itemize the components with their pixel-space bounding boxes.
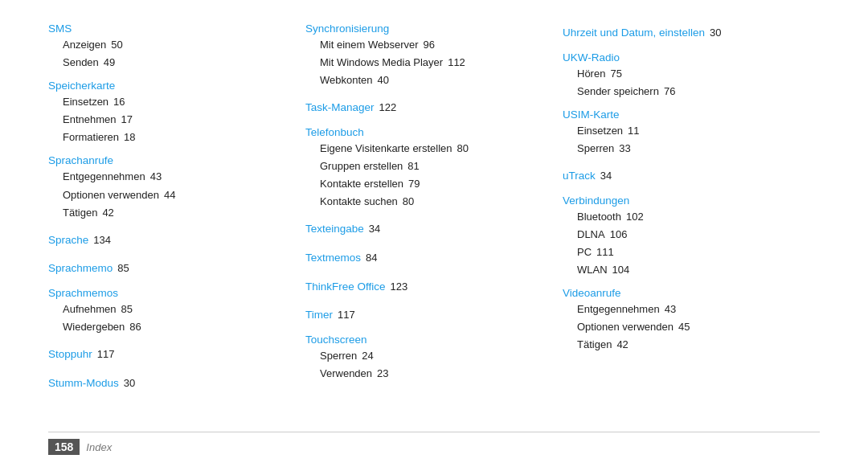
list-item: Webkonten40 (305, 72, 547, 89)
section: ThinkFree Office123 (305, 276, 547, 297)
entry-number: 23 (377, 365, 388, 383)
entry-label: Formatieren (63, 129, 119, 146)
section: USIM-KarteEinsetzen11Sperren33 (563, 109, 804, 158)
section-title: Texteingabe (305, 219, 364, 240)
section: SprachmemosAufnehmen85Wiedergeben86 (48, 287, 289, 336)
section-title: Sprache (48, 230, 88, 251)
footer: 158 Index (48, 432, 820, 455)
section-title: Speicherkarte (48, 80, 289, 92)
entry-number: 76 (664, 83, 675, 100)
entry-number: 49 (104, 54, 115, 72)
section-number: 122 (379, 98, 397, 118)
entry-label: Einsetzen (577, 122, 623, 140)
entry-label: Entgegennehmen (63, 168, 145, 186)
section-title: UKW-Radio (563, 51, 804, 63)
entry-number: 44 (164, 186, 175, 204)
entry-label: Bluetooth (577, 208, 621, 226)
entry-number: 50 (111, 36, 122, 54)
section-number: 117 (97, 345, 115, 365)
entry-number: 42 (102, 204, 113, 222)
section-title: SMS (48, 23, 289, 35)
section-title: Telefonbuch (305, 126, 547, 138)
section-number: 34 (369, 219, 380, 240)
entry-label: Senden (63, 54, 99, 72)
list-item: DLNA106 (563, 226, 804, 244)
list-item: Sperren24 (305, 347, 547, 365)
section: UKW-RadioHören75Sender speichern76 (563, 51, 804, 100)
entry-label: Hören (577, 65, 605, 83)
entry-label: DLNA (577, 226, 605, 244)
list-item: Sender speichern76 (563, 83, 804, 100)
section: Task-Manager122 (305, 97, 547, 118)
list-item: Kontakte erstellen79 (305, 175, 547, 193)
entry-number: 40 (378, 72, 389, 89)
entry-label: Mit Windows Media Player (320, 54, 443, 72)
section-number: 30 (710, 23, 721, 43)
section-title: Timer (305, 305, 333, 326)
entry-number: 42 (616, 336, 628, 354)
entry-number: 45 (678, 318, 690, 336)
footer-label: Index (86, 441, 112, 453)
entry-label: Anzeigen (63, 36, 106, 54)
section-number: 134 (93, 231, 111, 251)
section-number: 84 (366, 248, 377, 268)
entry-label: Entnehmen (63, 111, 117, 129)
section-title: uTrack (563, 166, 596, 186)
section: VerbindungenBluetooth102DLNA106PC111WLAN… (563, 195, 804, 279)
entry-number: 75 (610, 65, 621, 83)
entry-label: Wiedergeben (63, 318, 125, 336)
entry-number: 33 (619, 140, 630, 158)
list-item: Optionen verwenden44 (48, 186, 289, 204)
section-title: Synchronisierung (305, 23, 547, 35)
list-item: Hören75 (563, 65, 804, 83)
section-title: Videoanrufe (563, 287, 804, 299)
section-title: Sprachanrufe (48, 154, 289, 166)
entry-label: Sperren (577, 140, 614, 158)
entry-number: 85 (121, 301, 133, 318)
entry-label: Sperren (320, 347, 357, 365)
list-item: Formatieren18 (48, 129, 289, 146)
entry-number: 79 (408, 175, 420, 193)
section-title: Sprachmemo (48, 258, 113, 279)
section-number: 85 (117, 259, 129, 279)
list-item: Entgegennehmen43 (48, 168, 289, 186)
section-title: ThinkFree Office (305, 276, 386, 297)
entry-number: 96 (424, 36, 435, 54)
entry-number: 102 (626, 208, 644, 226)
section-title: Textmemos (305, 248, 361, 268)
columns: SMSAnzeigen50Senden49SpeicherkarteEinset… (48, 23, 820, 428)
list-item: Entgegennehmen43 (563, 301, 804, 318)
list-item: Sperren33 (563, 140, 804, 158)
entry-number: 11 (628, 122, 639, 140)
entry-label: Optionen verwenden (63, 186, 159, 204)
entry-label: Eigene Visitenkarte erstellen (320, 140, 452, 158)
list-item: Anzeigen50 (48, 36, 289, 54)
entry-label: Optionen verwenden (577, 318, 674, 336)
list-item: Entnehmen17 (48, 111, 289, 129)
list-item: PC111 (563, 244, 804, 261)
section: Stoppuhr117 (48, 344, 289, 365)
list-item: WLAN104 (563, 261, 804, 279)
page-content: SMSAnzeigen50Senden49SpeicherkarteEinset… (0, 0, 868, 471)
section: TelefonbuchEigene Visitenkarte erstellen… (305, 126, 547, 211)
section: Sprachmemo85 (48, 258, 289, 279)
section-title: Task-Manager (305, 97, 375, 118)
entry-label: Webkonten (320, 72, 373, 89)
entry-number: 104 (612, 261, 630, 279)
section-title: Touchscreen (305, 334, 547, 346)
entry-label: Einsetzen (63, 93, 108, 111)
list-item: Kontakte suchen80 (305, 193, 547, 211)
section: Stumm-Modus30 (48, 373, 289, 394)
footer-page: 158 (48, 439, 80, 455)
entry-number: 43 (150, 168, 162, 186)
entry-number: 16 (113, 93, 125, 111)
entry-label: Tätigen (577, 336, 612, 354)
entry-number: 80 (457, 140, 469, 158)
entry-number: 106 (610, 226, 628, 244)
section-number: 117 (338, 305, 355, 326)
section: SynchronisierungMit einem Webserver96Mit… (305, 23, 547, 89)
entry-number: 17 (121, 111, 133, 129)
entry-label: Verwenden (320, 365, 372, 383)
list-item: Einsetzen16 (48, 93, 289, 111)
list-item: Einsetzen11 (563, 122, 804, 140)
